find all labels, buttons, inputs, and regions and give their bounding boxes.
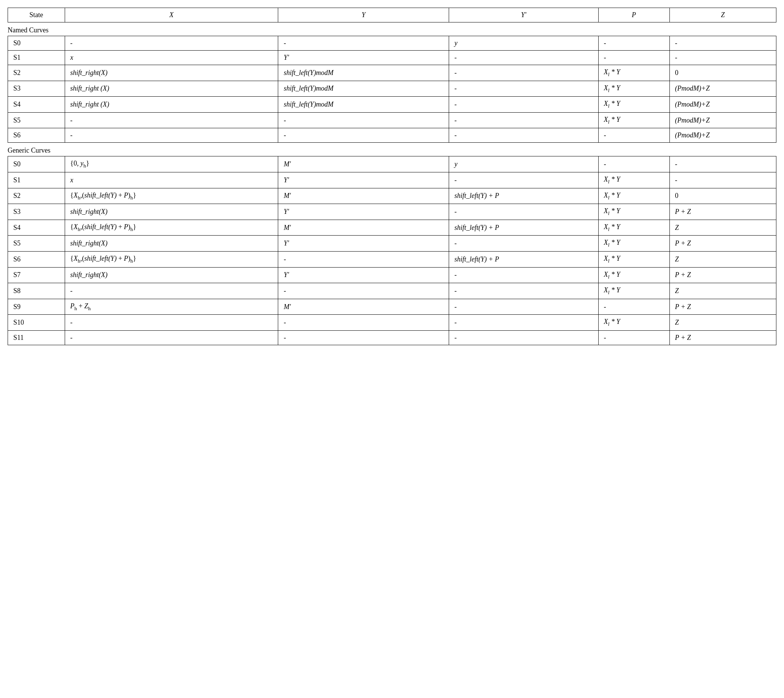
y-cell: M': [278, 156, 449, 173]
p-cell: Xl * Y: [598, 188, 669, 204]
yp-cell: -: [449, 235, 599, 252]
x-cell: -: [65, 283, 278, 299]
z-cell: -: [669, 156, 776, 173]
x-cell: shift_right(X): [65, 235, 278, 252]
y-cell: -: [278, 112, 449, 128]
yp-cell: -: [449, 81, 599, 97]
p-cell: Xl * Y: [598, 251, 669, 267]
table-row: S1 x Y' - - -: [8, 51, 776, 65]
state-cell: S5: [8, 235, 65, 252]
x-cell: {0, yh}: [65, 156, 278, 173]
yp-cell: -: [449, 172, 599, 188]
col-x: X: [65, 8, 278, 23]
state-cell: S3: [8, 204, 65, 220]
generic-curves-heading: Generic Curves: [8, 147, 776, 155]
y-cell: shift_left(Y)modM: [278, 65, 449, 81]
z-cell: P + Z: [669, 204, 776, 220]
p-cell: -: [598, 51, 669, 65]
yp-cell: -: [449, 112, 599, 128]
z-cell: -: [669, 172, 776, 188]
state-cell: S7: [8, 267, 65, 283]
yp-cell: -: [449, 128, 599, 143]
yp-cell: -: [449, 97, 599, 113]
z-cell: Z: [669, 283, 776, 299]
y-cell: Y': [278, 235, 449, 252]
named-curves-heading: Named Curves: [8, 26, 776, 34]
x-cell: shift_right(X): [65, 204, 278, 220]
x-cell: {Xh,(shift_left(Y) + P)h}: [65, 251, 278, 267]
x-cell: shift_right (X): [65, 97, 278, 113]
z-cell: (PmodM)+Z: [669, 112, 776, 128]
yp-cell: -: [449, 299, 599, 315]
p-cell: Xl * Y: [598, 267, 669, 283]
table-row: S9 Ph + Zh M' - - P + Z: [8, 299, 776, 315]
yp-cell: -: [449, 267, 599, 283]
x-cell: shift_right(X): [65, 267, 278, 283]
named-curves-table: S0 - - y - - S1 x Y' - - - S2 shift_righ…: [8, 36, 776, 143]
p-cell: Xl * Y: [598, 220, 669, 235]
state-cell: S6: [8, 251, 65, 267]
table-row: S4 shift_right (X) shift_left(Y)modM - X…: [8, 97, 776, 113]
p-cell: Xl * Y: [598, 112, 669, 128]
generic-curves-table: S0 {0, yh} M' y - - S1 x Y' - Xl * Y - S…: [8, 156, 776, 345]
col-yp: Y': [449, 8, 599, 23]
y-cell: -: [278, 330, 449, 345]
p-cell: -: [598, 36, 669, 51]
state-cell: S8: [8, 283, 65, 299]
x-cell: x: [65, 51, 278, 65]
yp-cell: shift_left(Y) + P: [449, 188, 599, 204]
state-cell: S4: [8, 97, 65, 113]
p-cell: Xl * Y: [598, 283, 669, 299]
x-cell: {Xh,(shift_left(Y) + P)h}: [65, 220, 278, 235]
y-cell: -: [278, 128, 449, 143]
state-cell: S9: [8, 299, 65, 315]
state-cell: S4: [8, 220, 65, 235]
table-row: S8 - - - Xl * Y Z: [8, 283, 776, 299]
z-cell: Z: [669, 251, 776, 267]
p-cell: Xl * Y: [598, 65, 669, 81]
y-cell: -: [278, 315, 449, 331]
x-cell: -: [65, 36, 278, 51]
col-p: P: [598, 8, 669, 23]
state-cell: S0: [8, 36, 65, 51]
p-cell: -: [598, 156, 669, 173]
yp-cell: shift_left(Y) + P: [449, 220, 599, 235]
x-cell: {Xh,(shift_left(Y) + P)h}: [65, 188, 278, 204]
z-cell: Z: [669, 315, 776, 331]
yp-cell: -: [449, 51, 599, 65]
z-cell: P + Z: [669, 235, 776, 252]
table-row: S5 - - - Xl * Y (PmodM)+Z: [8, 112, 776, 128]
table-row: S2 {Xh,(shift_left(Y) + P)h} M' shift_le…: [8, 188, 776, 204]
x-cell: -: [65, 112, 278, 128]
state-cell: S1: [8, 51, 65, 65]
z-cell: (PmodM)+Z: [669, 128, 776, 143]
col-state: State: [8, 8, 65, 23]
x-cell: x: [65, 172, 278, 188]
z-cell: -: [669, 36, 776, 51]
y-cell: Y': [278, 51, 449, 65]
p-cell: Xl * Y: [598, 97, 669, 113]
y-cell: shift_left(Y)modM: [278, 81, 449, 97]
yp-cell: -: [449, 65, 599, 81]
table-row: S0 - - y - -: [8, 36, 776, 51]
table-row: S5 shift_right(X) Y' - Xl * Y P + Z: [8, 235, 776, 252]
z-cell: 0: [669, 188, 776, 204]
p-cell: Xl * Y: [598, 204, 669, 220]
y-cell: Y': [278, 267, 449, 283]
z-cell: P + Z: [669, 267, 776, 283]
yp-cell: y: [449, 156, 599, 173]
table-row: S11 - - - - P + Z: [8, 330, 776, 345]
z-cell: P + Z: [669, 330, 776, 345]
state-cell: S6: [8, 128, 65, 143]
yp-cell: -: [449, 204, 599, 220]
yp-cell: shift_left(Y) + P: [449, 251, 599, 267]
header-table: State X Y Y' P Z: [8, 8, 776, 23]
yp-cell: y: [449, 36, 599, 51]
z-cell: Z: [669, 220, 776, 235]
x-cell: Ph + Zh: [65, 299, 278, 315]
p-cell: Xl * Y: [598, 235, 669, 252]
state-cell: S3: [8, 81, 65, 97]
y-cell: Y': [278, 204, 449, 220]
table-row: S1 x Y' - Xl * Y -: [8, 172, 776, 188]
yp-cell: -: [449, 283, 599, 299]
